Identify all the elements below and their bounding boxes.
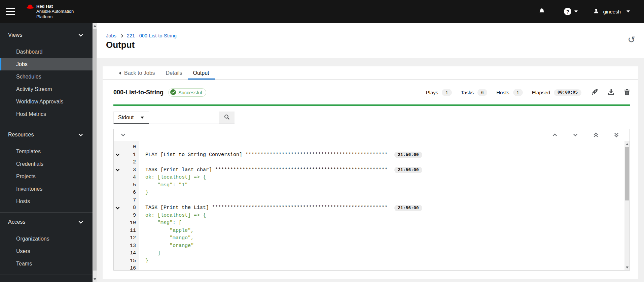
line-timestamp[interactable]: 21:56:00 (394, 205, 422, 211)
sidebar-item-projects[interactable]: Projects (0, 170, 93, 183)
delete-job-button[interactable] (624, 89, 630, 96)
sidebar-item-jobs[interactable]: Jobs (0, 58, 93, 70)
sidebar-item-label: Jobs (16, 61, 28, 67)
scroll-to-bottom-icon[interactable] (612, 132, 621, 138)
sidebar-section-access[interactable]: Access (0, 216, 93, 228)
output-line: 8TASK [Print the List] *****************… (114, 204, 630, 212)
line-number: 3 (122, 166, 139, 174)
activity-history-icon[interactable]: ↺ (628, 35, 635, 44)
breadcrumb: Jobs 221 - 000-List-to-String (106, 33, 177, 38)
sidebar-item-label: Projects (16, 174, 36, 180)
expand-line-icon[interactable] (115, 168, 120, 171)
tab-label: Back to Jobs (124, 70, 155, 76)
relaunch-button[interactable] (591, 89, 598, 96)
line-timestamp[interactable]: 21:56:00 (394, 167, 422, 173)
tab-details[interactable]: Details (160, 66, 188, 80)
tab-back-to-jobs[interactable]: Back to Jobs (113, 66, 160, 80)
main-scrollbar[interactable] (93, 23, 97, 282)
output-line: 10 "msg": [ (114, 219, 630, 227)
stdout-filter-select[interactable]: Stdout (113, 112, 149, 124)
sidebar-item-dashboard[interactable]: Dashboard (0, 45, 93, 58)
scrollbar-up-arrow[interactable] (93, 23, 97, 28)
output-line: 0 (114, 144, 630, 151)
expand-collapse-all-icon[interactable] (119, 133, 128, 137)
scrollbar-down-arrow[interactable] (93, 277, 97, 282)
scrollbar-thumb[interactable] (93, 29, 97, 271)
line-gutter: 14 (114, 250, 139, 257)
line-timestamp[interactable]: 21:56:00 (394, 152, 422, 158)
output-line: 16 (114, 265, 630, 271)
scroll-down-icon[interactable] (571, 133, 580, 137)
page-title: Output (106, 40, 135, 50)
stat-value-badge: 6 (477, 89, 487, 96)
download-output-button[interactable] (608, 89, 614, 96)
chevron-down-icon (78, 221, 83, 224)
line-number: 5 (122, 182, 139, 189)
line-text: ok: [localhost] => { (145, 212, 206, 220)
sidebar-item-teams[interactable]: Teams (0, 257, 93, 270)
sidebar-section-views[interactable]: Views (0, 29, 93, 41)
line-number: 14 (122, 250, 139, 257)
output-line: 14 ] (114, 250, 630, 257)
output-line: 15} (114, 257, 630, 265)
line-number: 0 (122, 144, 139, 151)
help-menu-button[interactable]: ? (564, 8, 578, 15)
console-scroll-down-arrow[interactable] (624, 265, 630, 270)
scroll-up-icon[interactable] (550, 133, 559, 137)
sidebar-divider (0, 212, 93, 213)
search-input[interactable] (149, 112, 219, 124)
console-scrollbar-thumb[interactable] (625, 147, 629, 200)
line-gutter: 7 (114, 197, 139, 205)
line-text: TASK [Print the List] ******************… (145, 204, 388, 212)
line-number: 16 (122, 265, 139, 271)
sidebar-section-resources[interactable]: Resources (0, 129, 93, 141)
sidebar-item-label: Inventories (16, 186, 42, 192)
expand-line-icon[interactable] (115, 153, 120, 156)
sidebar-item-hosts[interactable]: Hosts (0, 195, 93, 208)
line-content: "msg": [ (139, 219, 182, 227)
sidebar-item-organizations[interactable]: Organizations (0, 232, 93, 245)
sidebar-divider (0, 125, 93, 125)
sidebar-item-schedules[interactable]: Schedules (0, 70, 93, 83)
sidebar-item-credentials[interactable]: Credentials (0, 158, 93, 170)
line-text: ok: [localhost] => { (145, 174, 206, 182)
tab-label: Details (166, 70, 182, 76)
line-content (139, 197, 145, 205)
sidebar-item-label: Schedules (16, 74, 41, 80)
nav-toggle-menu-icon[interactable] (6, 5, 22, 18)
scroll-to-top-icon[interactable] (592, 132, 600, 138)
sidebar-section-administration[interactable]: Administration (0, 278, 93, 282)
breadcrumb-job-link[interactable]: 221 - 000-List-to-String (127, 33, 177, 38)
line-text: "msg": [ (145, 219, 182, 227)
job-header-row: 000-List-to-String Successful Plays 1 Ta… (103, 80, 638, 97)
status-badge[interactable]: Successful (168, 88, 206, 97)
line-number: 13 (122, 242, 139, 250)
sidebar-item-activity-stream[interactable]: Activity Stream (0, 83, 93, 95)
breadcrumb-jobs-link[interactable]: Jobs (106, 33, 116, 38)
console-scrollbar[interactable] (624, 141, 630, 270)
stat-plays: Plays 1 (426, 89, 452, 96)
sidebar-item-users[interactable]: Users (0, 245, 93, 257)
line-gutter: 8 (114, 204, 139, 212)
stat-label: Hosts (496, 90, 509, 95)
sidebar-item-inventories[interactable]: Inventories (0, 183, 93, 195)
job-stats: Plays 1 Tasks 6 Hosts 1 Elapsed 00:00:05 (426, 89, 630, 96)
sidebar-item-workflow-approvals[interactable]: Workflow Approvals (0, 95, 93, 108)
line-gutter: 0 (114, 144, 139, 151)
user-menu-button[interactable]: gineesh (593, 8, 630, 15)
line-text: PLAY [List to String Conversion] *******… (145, 151, 388, 159)
sidebar-item-templates[interactable]: Templates (0, 145, 93, 158)
tab-output[interactable]: Output (188, 66, 215, 80)
sidebar-item-label: Users (16, 248, 30, 254)
line-text: "apple", (145, 227, 194, 235)
line-gutter: 5 (114, 182, 139, 189)
line-number: 15 (122, 257, 139, 265)
stat-elapsed: Elapsed 00:00:05 (532, 89, 581, 96)
sidebar-section-items: TemplatesCredentialsProjectsInventoriesH… (0, 145, 93, 208)
line-gutter: 13 (114, 242, 139, 250)
console-scroll-up-arrow[interactable] (624, 142, 630, 147)
expand-line-icon[interactable] (115, 207, 120, 210)
notifications-button[interactable] (539, 7, 545, 15)
sidebar-item-host-metrics[interactable]: Host Metrics (0, 108, 93, 120)
search-button[interactable] (219, 112, 235, 124)
